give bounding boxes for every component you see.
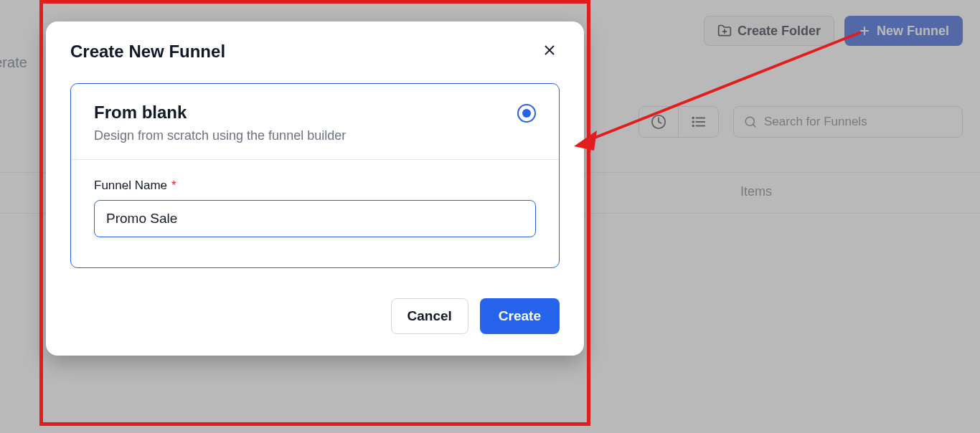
modal-title: Create New Funnel	[70, 42, 225, 62]
form-area: Funnel Name*	[71, 160, 559, 267]
modal-header: Create New Funnel	[46, 22, 584, 69]
create-button[interactable]: Create	[480, 298, 560, 334]
option-subtitle: Design from scratch using the funnel bui…	[94, 128, 346, 143]
option-radio[interactable]	[517, 104, 536, 123]
option-title: From blank	[94, 103, 346, 123]
cancel-button[interactable]: Cancel	[391, 298, 468, 334]
funnel-name-input[interactable]	[94, 200, 536, 237]
radio-dot-icon	[522, 109, 531, 118]
modal-actions: Cancel Create	[46, 268, 584, 334]
from-blank-option[interactable]: From blank Design from scratch using the…	[70, 83, 560, 268]
funnel-name-label: Funnel Name*	[94, 179, 536, 193]
close-button[interactable]	[540, 42, 560, 62]
create-funnel-modal: Create New Funnel From blank Design from…	[46, 22, 584, 356]
close-icon	[542, 42, 557, 61]
option-header: From blank Design from scratch using the…	[71, 84, 559, 160]
